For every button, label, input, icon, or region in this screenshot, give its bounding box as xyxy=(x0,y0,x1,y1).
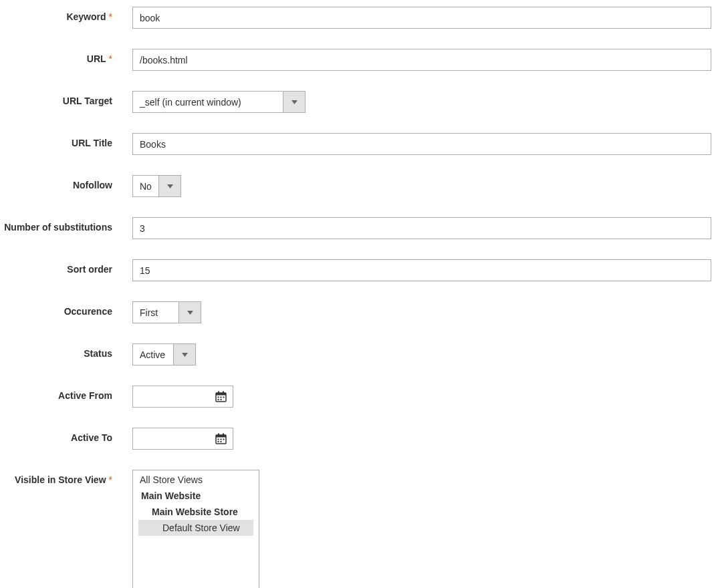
row-active-to: Active To xyxy=(0,428,714,450)
svg-rect-8 xyxy=(220,399,221,400)
sort-order-input[interactable] xyxy=(132,259,711,281)
field-visible-in: All Store Views Main Website Main Websit… xyxy=(132,470,714,588)
svg-rect-12 xyxy=(223,434,224,436)
nofollow-value: No xyxy=(133,176,158,196)
chevron-down-icon xyxy=(158,176,181,196)
label-active-from: Active From xyxy=(0,386,132,401)
field-nofollow: No xyxy=(132,175,714,197)
row-num-subs: Number of substitutions xyxy=(0,217,714,239)
svg-rect-15 xyxy=(223,439,224,440)
chevron-down-icon xyxy=(173,344,195,365)
field-sort-order xyxy=(132,259,714,281)
label-occurrence-text: Occurence xyxy=(64,306,112,317)
label-active-to-text: Active To xyxy=(71,432,112,443)
row-status: Status Active xyxy=(0,343,714,365)
label-url-title: URL Title xyxy=(0,133,132,148)
num-subs-input[interactable] xyxy=(132,217,711,239)
label-status: Status xyxy=(0,343,132,359)
svg-rect-13 xyxy=(217,439,219,440)
field-url-target: _self (in current window) xyxy=(132,91,714,113)
row-url-target: URL Target _self (in current window) xyxy=(0,91,714,113)
active-from-date[interactable] xyxy=(132,386,233,408)
required-star: * xyxy=(109,11,112,22)
svg-rect-5 xyxy=(220,397,221,398)
label-nofollow: Nofollow xyxy=(0,175,132,190)
active-to-input[interactable] xyxy=(133,428,209,449)
status-select[interactable]: Active xyxy=(132,343,196,365)
url-target-select[interactable]: _self (in current window) xyxy=(132,91,306,113)
store-view-select[interactable]: All Store Views Main Website Main Websit… xyxy=(132,470,259,588)
svg-rect-6 xyxy=(223,397,224,398)
store-option-view-selected[interactable]: Default Store View xyxy=(138,520,253,536)
field-keyword xyxy=(132,7,714,29)
occurrence-value: First xyxy=(133,302,178,323)
nofollow-select[interactable]: No xyxy=(132,175,181,197)
url-input[interactable] xyxy=(132,49,711,71)
svg-rect-17 xyxy=(220,441,221,442)
row-nofollow: Nofollow No xyxy=(0,175,714,197)
field-num-subs xyxy=(132,217,714,239)
status-value: Active xyxy=(133,344,173,365)
label-keyword-text: Keyword xyxy=(66,11,106,22)
chevron-down-icon xyxy=(178,302,201,323)
chevron-down-icon xyxy=(283,92,305,112)
required-star: * xyxy=(109,53,112,64)
svg-rect-7 xyxy=(217,399,219,400)
svg-rect-10 xyxy=(216,435,226,438)
calendar-icon[interactable] xyxy=(209,428,233,449)
label-status-text: Status xyxy=(84,348,112,359)
label-visible-in-text: Visible in Store View xyxy=(15,474,106,485)
svg-rect-16 xyxy=(217,441,219,442)
keyword-input[interactable] xyxy=(132,7,711,29)
svg-rect-3 xyxy=(223,392,224,394)
field-active-to xyxy=(132,428,714,450)
label-occurrence: Occurence xyxy=(0,301,132,317)
row-sort-order: Sort order xyxy=(0,259,714,281)
row-active-from: Active From xyxy=(0,386,714,408)
url-target-value: _self (in current window) xyxy=(133,92,283,112)
svg-rect-4 xyxy=(217,397,219,398)
store-option-store[interactable]: Main Website Store xyxy=(133,504,259,520)
label-url-target-text: URL Target xyxy=(63,96,112,106)
label-keyword: Keyword* xyxy=(0,7,132,22)
required-star: * xyxy=(109,474,112,485)
calendar-icon[interactable] xyxy=(209,386,233,407)
field-url-title xyxy=(132,133,714,155)
label-url: URL* xyxy=(0,49,132,64)
label-url-target: URL Target xyxy=(0,91,132,106)
row-url: URL* xyxy=(0,49,714,71)
label-nofollow-text: Nofollow xyxy=(73,180,112,190)
label-visible-in: Visible in Store View* xyxy=(0,470,132,485)
url-title-input[interactable] xyxy=(132,133,711,155)
label-url-title-text: URL Title xyxy=(72,138,112,148)
label-active-from-text: Active From xyxy=(58,390,112,401)
store-option-all[interactable]: All Store Views xyxy=(133,470,259,488)
label-num-subs-text: Number of substitutions xyxy=(4,222,112,233)
svg-rect-14 xyxy=(220,439,221,440)
label-active-to: Active To xyxy=(0,428,132,443)
field-status: Active xyxy=(132,343,714,365)
row-visible-in: Visible in Store View* All Store Views M… xyxy=(0,470,714,588)
field-occurrence: First xyxy=(132,301,714,323)
store-option-website[interactable]: Main Website xyxy=(133,488,259,504)
label-sort-order-text: Sort order xyxy=(67,264,112,275)
svg-rect-2 xyxy=(218,392,219,394)
label-sort-order: Sort order xyxy=(0,259,132,275)
label-url-text: URL xyxy=(87,53,106,64)
row-occurrence: Occurence First xyxy=(0,301,714,323)
active-from-input[interactable] xyxy=(133,386,209,407)
label-num-subs: Number of substitutions xyxy=(0,217,132,233)
row-url-title: URL Title xyxy=(0,133,714,155)
row-keyword: Keyword* xyxy=(0,7,714,29)
svg-rect-11 xyxy=(218,434,219,436)
field-active-from xyxy=(132,386,714,408)
occurrence-select[interactable]: First xyxy=(132,301,201,323)
field-url xyxy=(132,49,714,71)
svg-rect-1 xyxy=(216,393,226,396)
active-to-date[interactable] xyxy=(132,428,233,450)
